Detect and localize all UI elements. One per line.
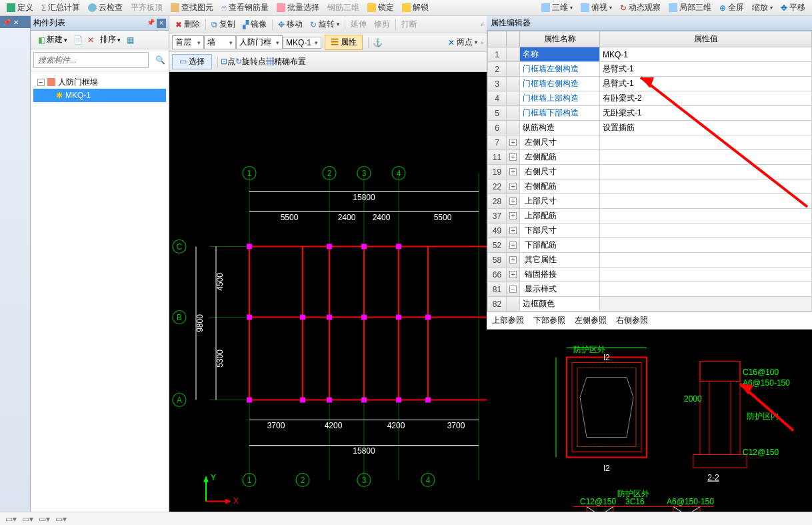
- toolbar-overflow-icon[interactable]: »: [481, 21, 484, 28]
- trim-cmd[interactable]: 修剪: [371, 17, 393, 31]
- move-cmd[interactable]: ✥移动: [275, 17, 306, 31]
- rotate-cmd[interactable]: ↻旋转▾: [307, 17, 343, 31]
- property-value[interactable]: 设置插筋: [600, 121, 812, 135]
- point-btn[interactable]: ⊡点: [221, 56, 235, 67]
- copy-cmd[interactable]: ⧉复制: [208, 17, 239, 31]
- dock-pin-icon[interactable]: 📌: [3, 19, 11, 26]
- property-value[interactable]: [600, 135, 812, 150]
- pan-btn[interactable]: ✥平移: [777, 1, 809, 15]
- batch-select-btn[interactable]: 批量选择: [273, 1, 323, 15]
- row-expander[interactable]: +: [507, 238, 520, 253]
- property-value[interactable]: [600, 209, 812, 223]
- property-row[interactable]: 5门框墙下部构造无卧梁式-1: [488, 106, 812, 121]
- row-expander[interactable]: +: [507, 150, 520, 165]
- property-value[interactable]: [600, 194, 812, 209]
- name-combo[interactable]: MKQ-1▾: [283, 37, 321, 49]
- select-button[interactable]: ▭ 选择: [172, 54, 212, 69]
- property-row[interactable]: 1名称MKQ-1: [488, 47, 812, 62]
- local3d-btn[interactable]: 局部三维: [665, 1, 715, 15]
- view3d-btn[interactable]: 三维▾: [537, 1, 577, 15]
- property-row[interactable]: 7+ 左侧尺寸: [488, 135, 812, 150]
- reference-detail-canvas[interactable]: l2 l2 防护区外 2000 C16@100 A6@150-150 C12@1…: [487, 330, 812, 525]
- level-btn[interactable]: 平齐板顶: [127, 1, 167, 15]
- pin-icon[interactable]: 📌: [147, 19, 155, 28]
- row-expander[interactable]: +: [507, 268, 520, 282]
- close-icon[interactable]: ×: [157, 19, 166, 28]
- tab-right-ref[interactable]: 右侧参照: [616, 315, 648, 326]
- row-expander[interactable]: +: [507, 209, 520, 223]
- row-expander[interactable]: +: [507, 223, 520, 238]
- dock-close-icon[interactable]: ✕: [13, 19, 19, 26]
- row-expander[interactable]: +: [507, 165, 520, 179]
- anchor-icon[interactable]: ⚓: [370, 38, 385, 47]
- property-value[interactable]: MKQ-1: [600, 47, 812, 62]
- twopoint-btn[interactable]: ✕两点▾: [445, 35, 481, 49]
- property-row[interactable]: 19+ 右侧尺寸: [488, 165, 812, 179]
- delete-icon[interactable]: ✕: [86, 34, 95, 46]
- zoom-btn[interactable]: 缩放▾: [748, 1, 777, 15]
- tree-item-mkq1[interactable]: ✱ MKQ-1: [33, 89, 166, 102]
- property-row[interactable]: 52+ 下部配筋: [488, 238, 812, 253]
- filter-icon[interactable]: ▦: [125, 34, 135, 46]
- property-row[interactable]: 4门框墙上部构造有卧梁式-2: [488, 91, 812, 106]
- find-btn[interactable]: 查找图元: [167, 1, 217, 15]
- dynobs-btn[interactable]: ↻动态观察: [616, 1, 665, 15]
- rotpoint-btn[interactable]: ↻旋转点: [235, 56, 266, 67]
- property-row[interactable]: 81− 显示样式: [488, 282, 812, 297]
- search-icon[interactable]: 🔍: [151, 49, 169, 71]
- property-row[interactable]: 82边框颜色: [488, 297, 812, 312]
- property-row[interactable]: 58+ 其它属性: [488, 253, 812, 268]
- property-row[interactable]: 66+ 锚固搭接: [488, 268, 812, 282]
- row-expander[interactable]: +: [507, 179, 520, 194]
- property-row[interactable]: 28+ 上部尺寸: [488, 194, 812, 209]
- row-expander[interactable]: +: [507, 135, 520, 150]
- property-row[interactable]: 3门框墙右侧构造悬臂式-1: [488, 77, 812, 91]
- row-expander[interactable]: −: [507, 282, 520, 297]
- property-value[interactable]: [600, 179, 812, 194]
- define-btn[interactable]: 定义: [3, 1, 37, 15]
- rebar3d-btn[interactable]: 钢筋三维: [323, 1, 363, 15]
- property-value[interactable]: [600, 150, 812, 165]
- delete-cmd[interactable]: ✖删除: [172, 17, 203, 31]
- category-combo[interactable]: 墙▾: [204, 35, 236, 49]
- property-row[interactable]: 22+ 右侧配筋: [488, 179, 812, 194]
- row-expander[interactable]: +: [507, 194, 520, 209]
- accurate-btn[interactable]: ▦精确布置: [266, 56, 306, 67]
- property-value[interactable]: 悬臂式-1: [600, 62, 812, 77]
- mirror-cmd[interactable]: ▞镜像: [239, 17, 270, 31]
- property-value[interactable]: [600, 253, 812, 268]
- search-input[interactable]: [33, 52, 149, 68]
- type-combo[interactable]: 人防门框▾: [236, 35, 283, 49]
- attr-button[interactable]: ☰ 属性: [325, 35, 363, 50]
- property-value[interactable]: [600, 238, 812, 253]
- property-value[interactable]: [600, 223, 812, 238]
- property-value[interactable]: [600, 165, 812, 179]
- property-value[interactable]: [600, 282, 812, 297]
- copy-icon[interactable]: 📄: [72, 34, 85, 46]
- tab-bottom-ref[interactable]: 下部参照: [533, 315, 565, 326]
- rebar-qty-btn[interactable]: ෆ查看钢筋量: [217, 1, 273, 15]
- expander-icon[interactable]: −: [37, 79, 45, 86]
- aggregate-btn[interactable]: Σ汇总计算: [37, 1, 84, 15]
- row-expander[interactable]: +: [507, 253, 520, 268]
- drawing-canvas[interactable]: 1 2 3 4 1234 C B A: [169, 72, 487, 525]
- property-value[interactable]: 无卧梁式-1: [600, 106, 812, 121]
- toolbar-overflow-icon-2[interactable]: »: [481, 39, 484, 46]
- tab-top-ref[interactable]: 上部参照: [492, 315, 524, 326]
- new-drop[interactable]: ◧新建▾: [35, 33, 71, 47]
- extend-cmd[interactable]: 延伸: [347, 17, 370, 31]
- cloud-check-btn[interactable]: 云检查: [84, 1, 127, 15]
- property-value[interactable]: [600, 297, 812, 312]
- property-row[interactable]: 11+ 左侧配筋: [488, 150, 812, 165]
- floor-combo[interactable]: 首层▾: [172, 35, 204, 49]
- property-row[interactable]: 6纵筋构造设置插筋: [488, 121, 812, 135]
- unlock-btn[interactable]: 解锁: [398, 1, 433, 15]
- property-row[interactable]: 2门框墙左侧构造悬臂式-1: [488, 62, 812, 77]
- fullscreen-btn[interactable]: ⊕全屏: [715, 1, 748, 15]
- sort-drop[interactable]: 排序▾: [97, 33, 124, 47]
- topview-btn[interactable]: 俯视▾: [577, 1, 616, 15]
- property-value[interactable]: 有卧梁式-2: [600, 91, 812, 106]
- tab-left-ref[interactable]: 左侧参照: [575, 315, 607, 326]
- break-cmd[interactable]: 打断: [398, 17, 421, 31]
- property-row[interactable]: 49+ 下部尺寸: [488, 223, 812, 238]
